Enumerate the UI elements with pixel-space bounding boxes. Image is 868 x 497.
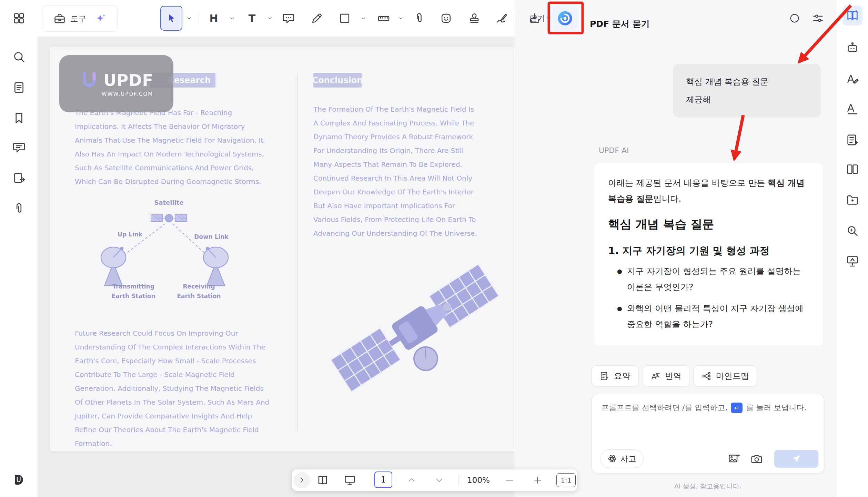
split-view-button[interactable]: [842, 159, 862, 179]
ai-form-icon: [846, 133, 859, 147]
research-paragraph-2: Future Research Could Focus On Improving…: [75, 326, 271, 450]
text-icon: T: [249, 12, 255, 24]
chevron-down-icon[interactable]: [186, 15, 192, 21]
screenshot-button[interactable]: [747, 449, 766, 468]
status-circle-button[interactable]: [784, 6, 806, 31]
ai-response-bullet: 지구 자기장이 형성되는 주요 원리를 설명하는 이론은 무엇인가?: [608, 263, 809, 295]
summary-chip-label: 요약: [614, 371, 630, 382]
ai-search-button[interactable]: [842, 221, 862, 241]
thinking-mode-button[interactable]: 사고: [600, 449, 644, 468]
ai-files-button[interactable]: [842, 190, 862, 210]
measure-tool-button[interactable]: [373, 6, 395, 31]
mindmap-chip[interactable]: 마인드맵: [694, 365, 757, 387]
watermark-url: WWW.UPDF.COM: [102, 91, 153, 97]
app-grid-button[interactable]: [9, 8, 29, 28]
attachments-button[interactable]: [9, 199, 29, 219]
search-button[interactable]: [9, 47, 29, 67]
ai-form-button[interactable]: [842, 130, 862, 150]
panel-title: PDF 문서 묻기: [590, 6, 650, 42]
satellite-illustration: [315, 247, 508, 413]
pdf-page[interactable]: Research UPDF WWW.UPDF.COM The Earth's M…: [50, 47, 515, 451]
chevron-down-icon[interactable]: [267, 15, 273, 21]
send-button[interactable]: [774, 450, 818, 468]
expand-controls-button[interactable]: [294, 472, 310, 488]
sticker-tool-button[interactable]: [435, 6, 457, 31]
ai-sparkle-button[interactable]: [94, 12, 107, 25]
pen-icon: [310, 12, 323, 25]
page-thumbnails-icon: [12, 81, 26, 94]
ai-response-intro: 아래는 제공된 문서 내용을 바탕으로 만든 핵심 개념 복습용 질문입니다.: [608, 175, 809, 207]
actual-size-button[interactable]: 1:1: [556, 473, 576, 487]
measure-ruler-icon: [377, 12, 390, 25]
signature-tool-button[interactable]: [491, 6, 513, 31]
updf-ai-button[interactable]: [553, 6, 577, 31]
zoom-in-button[interactable]: [529, 472, 546, 488]
conclusion-paragraph: The Formation Of The Earth's Magnetic Fi…: [313, 102, 481, 240]
ai-panel: PDF 문서 묻기 핵심 개념 복습용 질문 제공해 UPDF AI 아래는 제…: [515, 0, 836, 497]
stamp-tool-button[interactable]: [463, 6, 485, 31]
reading-mode-button[interactable]: [314, 472, 331, 488]
user-message-bubble: 핵심 개념 복습용 질문 제공해: [673, 64, 821, 118]
zoom-level: 100%: [464, 469, 493, 491]
comment-bubble-icon: [282, 12, 295, 25]
ai-assistant-icon: [846, 9, 859, 22]
page-number-input[interactable]: 1: [374, 471, 392, 488]
page-controls-bar: 1 100% 1:1: [292, 469, 577, 491]
bookmarks-button[interactable]: [9, 108, 29, 128]
comment-tool-button[interactable]: [277, 6, 300, 31]
ai-write-button[interactable]: [842, 69, 862, 89]
presentation-button[interactable]: [842, 251, 862, 271]
updf-watermark: UPDF WWW.UPDF.COM: [59, 55, 173, 112]
book-view-icon: [316, 474, 329, 487]
select-tool-button[interactable]: [160, 6, 182, 31]
ai-search-icon: [846, 224, 859, 238]
close-tools-button[interactable]: 닫기: [524, 6, 551, 31]
heading-tool-button[interactable]: H: [203, 6, 225, 31]
ai-grammar-icon: [846, 102, 859, 116]
summary-doc-icon: [599, 371, 610, 381]
tools-label: 도구: [70, 13, 86, 24]
adjust-settings-button[interactable]: [807, 6, 829, 31]
ai-response-section-title: 1. 지구 자기장의 기원 및 형성 과정: [608, 244, 809, 258]
prompt-input-box[interactable]: 프롬프트를 선택하려면 /를 입력하고, ↵ 를 눌러 보냅니다. 사고: [592, 394, 824, 473]
attachments-icon: [12, 202, 26, 215]
shape-tool-button[interactable]: [334, 6, 356, 31]
summary-chip[interactable]: 요약: [592, 365, 638, 387]
chevron-down-icon[interactable]: [229, 15, 235, 21]
ai-response-bullet: 외핵의 어떤 물리적 특성이 지구 자기장 생성에 중요한 역할을 하는가?: [608, 301, 809, 332]
page-organize-button[interactable]: [9, 168, 29, 188]
ai-assistant-button[interactable]: [842, 6, 862, 26]
ai-disclaimer: AI 생성, 참고용입니다.: [592, 482, 824, 491]
ai-files-icon: [846, 193, 859, 207]
translate-chip[interactable]: 번역: [643, 365, 689, 387]
text-tool-button[interactable]: T: [241, 6, 263, 31]
previous-page-button[interactable]: [403, 472, 420, 488]
translate-chip-label: 번역: [665, 371, 682, 382]
assistant-name: UPDF AI: [599, 146, 629, 155]
insert-image-button[interactable]: [725, 449, 743, 468]
pen-tool-button[interactable]: [306, 6, 328, 31]
send-plane-icon: [791, 454, 801, 464]
attach-tool-button[interactable]: [408, 6, 430, 31]
ai-chatbot-button[interactable]: [842, 38, 862, 58]
ai-response-heading: 핵심 개념 복습 질문: [608, 216, 809, 232]
zoom-in-icon: [533, 475, 543, 485]
updf-logo-button[interactable]: [9, 470, 29, 490]
chevron-down-icon[interactable]: [398, 15, 404, 21]
comments-button[interactable]: [9, 137, 29, 157]
toolbar-divider: [199, 11, 199, 25]
top-toolbar: 도구 H T: [38, 0, 515, 37]
next-page-button[interactable]: [431, 472, 447, 488]
tools-menu-button[interactable]: 도구: [53, 12, 86, 25]
ai-grammar-button[interactable]: [842, 99, 862, 119]
shape-square-icon: [338, 12, 351, 25]
tools-group: 도구: [42, 6, 118, 32]
page-thumbnails-button[interactable]: [9, 78, 29, 98]
watermark-brand: UPDF: [103, 71, 153, 90]
chevron-down-icon[interactable]: [360, 15, 366, 21]
right-sidebar: [836, 0, 868, 497]
zoom-out-button[interactable]: [501, 472, 518, 488]
slideshow-button[interactable]: [342, 472, 358, 488]
updf-logo-icon: [12, 473, 26, 487]
document-viewer: Research UPDF WWW.UPDF.COM The Earth's M…: [38, 37, 515, 497]
